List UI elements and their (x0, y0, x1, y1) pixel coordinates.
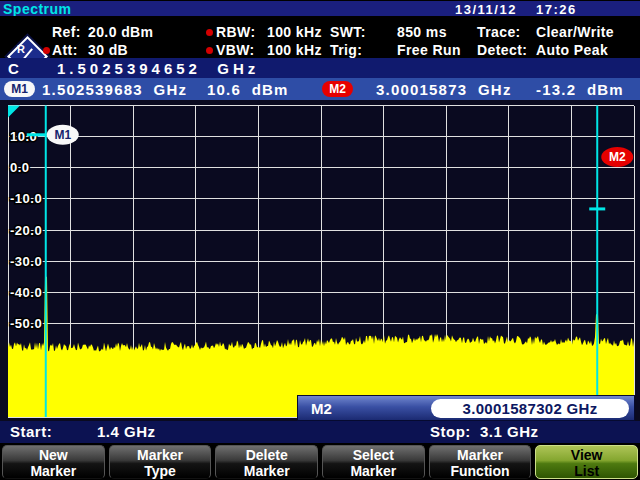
marker2-frequency: 3.00015873 GHz (376, 81, 512, 98)
frequency-range-bar: Start: 1.4 GHz Stop: 3.1 GHz (0, 421, 640, 443)
time-label: 17:26 (536, 2, 577, 17)
start-label: Start: (10, 423, 52, 440)
trig-label: Trig: (330, 42, 362, 58)
marker-flag-label-m2: M2 (609, 150, 626, 164)
stop-value: 3.1 GHz (480, 423, 539, 440)
softkey-bar: NewMarker MarkerType DeleteMarker Select… (0, 443, 640, 480)
vbw-label: VBW: (216, 42, 255, 58)
rbw-label: RBW: (216, 24, 255, 40)
ref-value: 20.0 dBm (88, 24, 153, 40)
center-frequency-label: C (8, 60, 19, 77)
mode-title: Spectrum (3, 1, 72, 17)
softkey-select-marker[interactable]: SelectMarker (322, 445, 425, 479)
vbw-manual-dot-icon (206, 47, 213, 54)
spectrum-plot-area: 10.00.0-10.0-20.0-30.0-40.0-50.0M1M2 (0, 100, 640, 421)
center-frequency-value: 1.5025394652 GHz (57, 60, 259, 77)
marker1-badge: M1 (4, 81, 35, 97)
trace-value: Clear/Write (536, 24, 614, 40)
y-axis-tick-label: 10.0 (10, 129, 37, 144)
rbw-value: 100 kHz (267, 24, 322, 40)
start-value: 1.4 GHz (97, 423, 156, 440)
y-axis-tick-label: -10.0 (10, 191, 42, 206)
ref-label: Ref: (52, 24, 81, 40)
title-bar: Spectrum 13/11/12 17:26 (0, 0, 640, 16)
trig-value: Free Run (397, 42, 461, 58)
rs-logo-letter-r: R (17, 43, 25, 55)
marker-readout-row: M1 1.502539683 GHz 10.6 dBm M2 3.0001587… (0, 78, 640, 100)
att-manual-dot-icon (43, 47, 50, 54)
detect-value: Auto Peak (536, 42, 608, 58)
detect-label: Detect: (477, 42, 527, 58)
softkey-marker-type[interactable]: MarkerType (109, 445, 212, 479)
marker-flag-label-m1: M1 (54, 128, 71, 142)
entry-value-field[interactable]: 3.0001587302 GHz (431, 399, 629, 418)
att-value: 30 dB (88, 42, 128, 58)
vbw-value: 100 kHz (267, 42, 322, 58)
y-axis-tick-label: -20.0 (10, 223, 42, 238)
marker1-level: 10.6 dBm (207, 81, 289, 98)
spectrum-analyzer-screen: Spectrum 13/11/12 17:26 R S Ref: 20.0 dB… (0, 0, 640, 480)
center-frequency-row: C 1.5025394652 GHz (0, 58, 640, 78)
softkey-new-marker[interactable]: NewMarker (2, 445, 105, 479)
stop-label: Stop: (430, 423, 471, 440)
rbw-manual-dot-icon (206, 29, 213, 36)
swt-label: SWT: (330, 24, 366, 40)
softkey-delete-marker[interactable]: DeleteMarker (215, 445, 318, 479)
y-axis-tick-label: 0.0 (10, 160, 30, 175)
att-label: Att: (52, 42, 78, 58)
entry-box-label: M2 (311, 400, 332, 417)
y-axis-tick-label: -30.0 (10, 254, 42, 269)
settings-header: R S Ref: 20.0 dBm Att: 30 dB RBW: 100 kH… (0, 16, 640, 58)
softkey-marker-function[interactable]: MarkerFunction (429, 445, 532, 479)
trace-label: Trace: (477, 24, 521, 40)
y-axis-tick-label: -40.0 (10, 285, 42, 300)
marker2-badge: M2 (322, 81, 353, 97)
trace1-corner-indicator-icon (8, 106, 20, 118)
softkey-view-list[interactable]: ViewList (535, 445, 638, 479)
swt-value: 850 ms (397, 24, 447, 40)
marker2-level: -13.2 dBm (536, 81, 624, 98)
spectrum-plot-svg: 10.00.0-10.0-20.0-30.0-40.0-50.0M1M2 (0, 100, 640, 421)
marker-entry-box[interactable]: M2 3.0001587302 GHz (297, 395, 635, 421)
date-label: 13/11/12 (455, 2, 517, 17)
y-axis-tick-label: -50.0 (10, 316, 42, 331)
marker1-frequency: 1.502539683 GHz (42, 81, 187, 98)
